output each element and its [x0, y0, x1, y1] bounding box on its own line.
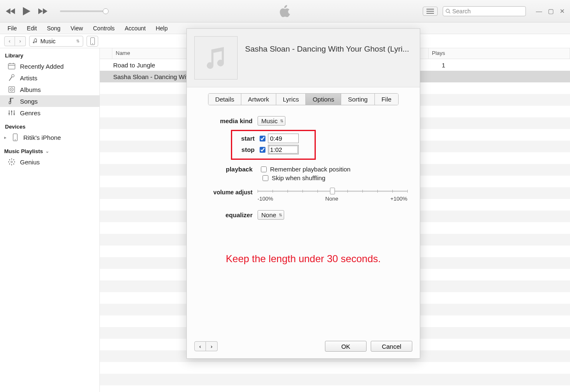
svg-point-15: [13, 113, 15, 114]
tab-file[interactable]: File: [375, 94, 398, 105]
tab-options[interactable]: Options: [306, 94, 341, 105]
volume-mid-label: None: [325, 196, 338, 202]
dialog-tabs: Details Artwork Lyrics Options Sorting F…: [208, 93, 399, 105]
chevron-down-icon: ⌄: [45, 149, 49, 154]
search-input[interactable]: Search: [443, 6, 526, 16]
album-icon: [7, 86, 16, 93]
sidebar-devices-header: Devices: [0, 122, 99, 131]
svg-line-1: [449, 12, 450, 13]
svg-point-25: [9, 164, 10, 164]
start-checkbox[interactable]: [260, 136, 265, 141]
volume-adjust-slider[interactable]: -100% None +100%: [258, 189, 407, 202]
sidebar-item-recently-added[interactable]: Recently Added: [0, 60, 99, 72]
menu-account[interactable]: Account: [121, 24, 150, 33]
music-note-icon: [33, 38, 38, 44]
top-toolbar: Search — ▢ ✕: [0, 0, 570, 22]
sidebar-item-label: Artists: [20, 74, 37, 82]
svg-point-14: [11, 111, 12, 112]
volume-max-label: +100%: [390, 196, 407, 202]
tab-details[interactable]: Details: [208, 94, 241, 105]
music-note-icon: [206, 46, 226, 69]
disclosure-triangle-icon[interactable]: ▸: [4, 135, 7, 140]
up-next-button[interactable]: [423, 7, 438, 16]
sidebar-item-label: Songs: [20, 98, 38, 105]
dialog-prev-button[interactable]: ‹: [194, 341, 206, 351]
stop-label: stop: [234, 146, 260, 153]
equalizer-select[interactable]: None: [258, 210, 284, 220]
remember-position-label: Remember playback position: [270, 166, 350, 173]
ok-button[interactable]: OK: [325, 341, 367, 352]
sidebar-playlists-header[interactable]: Music Playlists ⌄: [0, 146, 99, 156]
svg-point-21: [8, 161, 9, 162]
window-minimize-button[interactable]: —: [536, 7, 542, 15]
phone-icon: [11, 134, 19, 141]
track-plays: 1: [429, 62, 570, 69]
menu-song[interactable]: Song: [43, 24, 65, 33]
svg-point-24: [13, 159, 14, 160]
nav-back-button[interactable]: ‹: [4, 36, 15, 46]
menu-file[interactable]: File: [3, 24, 21, 33]
window-close-button[interactable]: ✕: [560, 7, 565, 15]
genius-icon: [7, 158, 16, 166]
start-label: start: [234, 135, 260, 142]
equalizer-label: equalizer: [199, 211, 258, 218]
annotation-text: Keep the length under 30 seconds.: [199, 253, 407, 265]
next-track-button[interactable]: [37, 5, 48, 17]
apple-logo-icon: [280, 5, 290, 17]
playback-label: playback: [199, 166, 258, 173]
media-kind-select[interactable]: Music: [258, 116, 285, 126]
svg-point-18: [11, 161, 12, 163]
tab-lyrics[interactable]: Lyrics: [276, 94, 306, 105]
volume-slider[interactable]: [60, 10, 106, 12]
skip-shuffling-checkbox[interactable]: [263, 175, 268, 181]
song-icon: [7, 97, 16, 105]
svg-point-26: [13, 164, 14, 164]
tab-sorting[interactable]: Sorting: [341, 94, 375, 105]
library-selector[interactable]: Music ⇅: [29, 36, 83, 47]
svg-point-17: [15, 139, 15, 140]
svg-rect-4: [8, 64, 15, 69]
sidebar-item-albums[interactable]: Albums: [0, 84, 99, 95]
menu-view[interactable]: View: [66, 24, 87, 33]
skip-shuffling-label: Skip when shuffling: [272, 174, 325, 181]
svg-point-3: [92, 43, 93, 44]
stop-time-input[interactable]: [268, 145, 299, 154]
remember-position-checkbox[interactable]: [261, 166, 267, 172]
menu-help[interactable]: Help: [151, 24, 172, 33]
chevron-updown-icon: ⇅: [76, 39, 79, 43]
dialog-title: Sasha Sloan - Dancing With Your Ghost (L…: [245, 36, 409, 54]
sidebar-device-item[interactable]: ▸ Ritik's iPhone: [0, 131, 99, 143]
svg-point-13: [8, 113, 10, 114]
device-button[interactable]: [87, 36, 98, 47]
previous-track-button[interactable]: [5, 5, 17, 17]
genres-icon: [7, 109, 16, 117]
table-row: [100, 362, 570, 374]
cancel-button[interactable]: Cancel: [371, 341, 412, 352]
sidebar-library-header: Library: [0, 51, 99, 60]
window-maximize-button[interactable]: ▢: [548, 7, 554, 15]
svg-point-22: [14, 161, 15, 162]
volume-min-label: -100%: [258, 196, 273, 202]
dialog-next-button[interactable]: ›: [206, 341, 218, 351]
nav-forward-button[interactable]: ›: [15, 36, 26, 46]
sidebar-item-genius[interactable]: Genius: [0, 156, 99, 168]
svg-line-6: [9, 77, 12, 81]
svg-point-19: [11, 159, 12, 159]
svg-point-9: [11, 89, 12, 90]
sidebar: Library Recently Added Artists Albums So…: [0, 48, 100, 392]
column-header-plays[interactable]: Plays: [429, 48, 570, 59]
search-icon: [446, 9, 451, 14]
tab-artwork[interactable]: Artwork: [241, 94, 276, 105]
media-kind-label: media kind: [199, 117, 258, 124]
stop-checkbox[interactable]: [260, 147, 265, 153]
sidebar-item-songs[interactable]: Songs: [0, 95, 99, 107]
svg-point-23: [9, 159, 10, 160]
library-selector-label: Music: [40, 38, 56, 45]
play-button[interactable]: [21, 5, 32, 17]
sidebar-item-genres[interactable]: Genres: [0, 107, 99, 119]
start-time-input[interactable]: [268, 134, 299, 143]
phone-icon: [90, 37, 95, 45]
sidebar-item-artists[interactable]: Artists: [0, 72, 99, 84]
menu-controls[interactable]: Controls: [89, 24, 119, 33]
menu-edit[interactable]: Edit: [23, 24, 41, 33]
